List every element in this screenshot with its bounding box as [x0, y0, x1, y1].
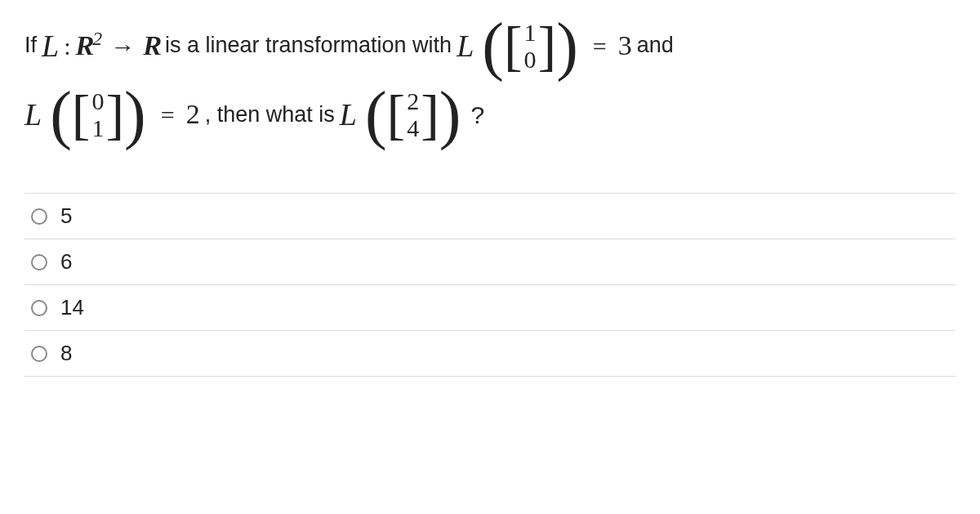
radio-icon: [31, 300, 47, 316]
vec2-bot: 1: [91, 114, 104, 141]
symbol-L: L: [42, 16, 59, 75]
radio-icon: [31, 208, 47, 225]
equals-2: =: [161, 92, 175, 138]
value-2: 2: [186, 88, 200, 141]
text-if: If: [24, 25, 37, 66]
symbol-L-3: L: [24, 85, 42, 144]
question-text: If L : R2 → R is a linear transformation…: [24, 16, 956, 144]
option-2[interactable]: 6: [24, 239, 956, 284]
equals-1: =: [593, 23, 607, 69]
symbol-L-4: L: [340, 85, 357, 144]
vec2-top: 0: [91, 87, 104, 114]
option-label: 8: [60, 341, 72, 366]
option-1[interactable]: 5: [24, 193, 956, 239]
option-label: 6: [60, 249, 72, 275]
value-1: 3: [618, 20, 632, 73]
vec3-top: 2: [407, 87, 419, 114]
codomain-R: R: [143, 20, 160, 73]
radio-icon: [31, 254, 47, 270]
colon: :: [64, 23, 70, 69]
vec1-top: 1: [524, 19, 537, 46]
symbol-L-2: L: [457, 16, 474, 75]
answer-options: 5 6 14 8: [24, 193, 956, 377]
option-label: 5: [60, 203, 72, 229]
text-and: and: [637, 25, 674, 66]
arrow-icon: →: [110, 23, 135, 69]
radio-icon: [31, 346, 47, 362]
vector-3-wrap: ( [ 2 4 ] ): [365, 87, 461, 141]
domain-R2: R2: [76, 20, 103, 73]
option-label: 14: [60, 295, 84, 320]
vector-2-wrap: ( [ 0 1 ] ): [50, 87, 146, 141]
option-3[interactable]: 14: [24, 284, 956, 330]
question-mark: ?: [470, 92, 484, 138]
text-linear-transform: is a linear transformation with: [165, 25, 452, 66]
vector-1-wrap: ( [ 1 0 ] ): [482, 19, 578, 73]
option-4[interactable]: 8: [24, 330, 956, 377]
vec1-bot: 0: [524, 46, 537, 73]
vec3-bot: 4: [407, 114, 419, 141]
text-then: , then what is: [205, 94, 335, 136]
